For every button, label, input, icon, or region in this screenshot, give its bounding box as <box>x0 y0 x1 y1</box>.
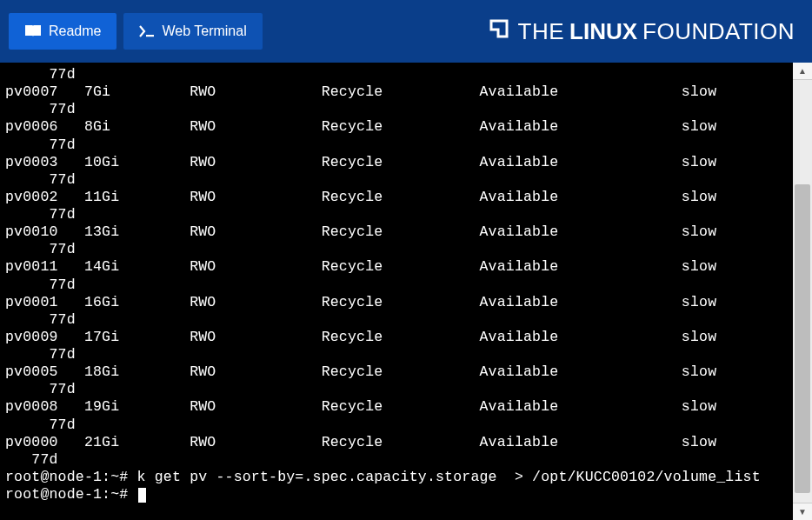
brand-text-the: THE <box>518 18 565 45</box>
terminal-output[interactable]: 77d pv0007 7Gi RWO Recycle Available slo… <box>0 63 793 520</box>
web-terminal-button[interactable]: Web Terminal <box>123 13 262 50</box>
svg-rect-0 <box>146 35 154 37</box>
terminal-icon <box>139 25 155 37</box>
readme-label: Readme <box>49 23 101 39</box>
terminal-scrollbar[interactable]: ▲ ▼ <box>793 63 812 520</box>
brand-logo: THE LINUX FOUNDATION <box>489 18 803 45</box>
brand-text-foundation: FOUNDATION <box>642 18 795 45</box>
scroll-up-button[interactable]: ▲ <box>793 63 812 80</box>
app-header: Readme Web Terminal THE LINUX FOUNDATION <box>0 0 812 63</box>
scroll-down-button[interactable]: ▼ <box>793 503 812 520</box>
header-left: Readme Web Terminal <box>9 4 263 58</box>
brand-text-linux: LINUX <box>569 18 637 45</box>
scroll-thumb[interactable] <box>795 184 810 493</box>
book-icon <box>24 24 42 38</box>
brand-square-icon <box>489 18 509 45</box>
readme-button[interactable]: Readme <box>9 13 116 50</box>
web-terminal-label: Web Terminal <box>162 23 246 39</box>
terminal-cursor <box>138 488 146 503</box>
terminal-container: 77d pv0007 7Gi RWO Recycle Available slo… <box>0 63 812 520</box>
